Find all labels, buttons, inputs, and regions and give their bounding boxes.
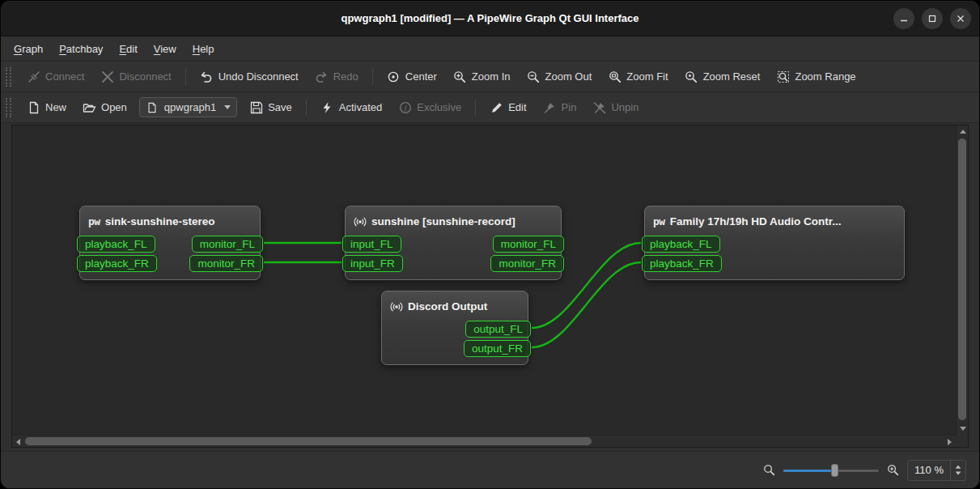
zoom-range-button[interactable]: Zoom Range (769, 66, 863, 87)
port-monitor-fr[interactable]: monitor_FR (490, 255, 564, 272)
connect-icon (27, 70, 40, 83)
minimize-button[interactable] (893, 8, 914, 29)
port-playback-fr[interactable]: playback_FR (77, 255, 157, 272)
horizontal-scrollbar[interactable] (12, 435, 956, 447)
redo-button[interactable]: Redo (308, 66, 366, 87)
activated-bolt-icon (320, 100, 334, 114)
zoom-in-icon (887, 464, 899, 476)
port-monitor-fl[interactable]: monitor_FL (493, 236, 564, 253)
zoom-out-icon (763, 464, 775, 476)
node-title: sunshine [sunshine-record] (371, 215, 515, 227)
new-button[interactable]: New (19, 96, 74, 118)
zoom-in-button[interactable]: Zoom In (446, 66, 518, 87)
node-sink-sunshine-stereo[interactable]: pw sink-sunshine-stereo playback_FL moni… (79, 206, 261, 280)
zoom-out-button[interactable]: Zoom Out (520, 66, 600, 87)
session-combo[interactable]: qpwgraph1 (139, 97, 237, 117)
node-family-hd-audio[interactable]: pw Family 17h/19h HD Audio Contr... play… (644, 206, 905, 280)
vertical-scrollbar-thumb[interactable] (958, 138, 966, 420)
scroll-down-button[interactable] (957, 423, 969, 435)
svg-text:f: f (405, 104, 408, 112)
port-monitor-fl[interactable]: monitor_FL (192, 236, 263, 253)
scroll-up-button[interactable] (957, 125, 969, 138)
scroll-left-button[interactable] (12, 436, 24, 448)
menu-edit[interactable]: Edit (111, 36, 145, 61)
zoom-in-icon (453, 70, 467, 83)
spin-up-button[interactable] (956, 465, 961, 468)
center-icon (387, 70, 401, 83)
unpin-button[interactable]: Unpin (585, 96, 646, 118)
node-discord-output[interactable]: Discord Output output_FL output_FR (381, 291, 528, 365)
pin-icon (543, 100, 557, 114)
pipewire-icon: pw (88, 215, 100, 227)
minimize-icon (899, 14, 909, 23)
toolbar-drag-handle[interactable] (6, 67, 11, 87)
redo-icon (315, 70, 329, 83)
spin-down-button[interactable] (956, 471, 961, 474)
vertical-scrollbar[interactable] (956, 125, 968, 435)
monitor-source-icon (354, 215, 367, 228)
port-playback-fr[interactable]: playback_FR (642, 255, 722, 272)
statusbar: 110 % (1, 451, 979, 488)
pin-button[interactable]: Pin (536, 96, 584, 118)
node-title: Family 17h/19h HD Audio Contr... (670, 215, 842, 227)
session-file-icon (146, 100, 159, 114)
node-sunshine-record[interactable]: sunshine [sunshine-record] input_FL moni… (345, 206, 562, 280)
maximize-icon (927, 14, 937, 23)
port-input-fl[interactable]: input_FL (342, 236, 401, 253)
exclusive-icon: f (398, 100, 412, 114)
undo-disconnect-button[interactable]: Undo Disconnect (193, 66, 306, 87)
toolbar-drag-handle[interactable] (6, 98, 11, 117)
app-window: qpwgraph1 [modified] — A PipeWire Graph … (0, 0, 980, 489)
save-button[interactable]: Save (242, 96, 299, 118)
activated-button[interactable]: Activated (313, 96, 389, 118)
port-output-fr[interactable]: output_FR (464, 340, 531, 357)
exclusive-button[interactable]: f Exclusive (391, 96, 469, 118)
zoom-reset-icon (685, 70, 698, 83)
port-output-fl[interactable]: output_FL (465, 321, 531, 338)
maximize-button[interactable] (922, 8, 943, 29)
menu-view[interactable]: View (146, 36, 185, 61)
canvas-frame: pw sink-sunshine-stereo playback_FL moni… (11, 125, 969, 448)
disconnect-button[interactable]: Disconnect (93, 66, 178, 87)
toolbar-separator (372, 68, 373, 86)
undo-icon (200, 70, 214, 83)
toolbar-separator (475, 99, 476, 117)
open-button[interactable]: Open (75, 96, 134, 118)
close-button[interactable] (950, 8, 971, 29)
unpin-icon (592, 100, 606, 114)
zoom-reset-button[interactable]: Zoom Reset (677, 66, 768, 87)
zoom-slider[interactable] (783, 463, 879, 478)
zoom-fit-button[interactable]: Zoom Fit (600, 66, 675, 87)
port-monitor-fr[interactable]: monitor_FR (189, 255, 263, 272)
toolbar-file: New Open qpwgraph1 Save Activated (1, 92, 979, 123)
connect-button[interactable]: Connect (19, 66, 91, 87)
zoom-slider-handle[interactable] (831, 464, 838, 477)
central-area: pw sink-sunshine-stereo playback_FL moni… (1, 123, 979, 451)
connection-layer (12, 125, 956, 435)
new-file-icon (27, 100, 40, 114)
window-title: qpwgraph1 [modified] — A PipeWire Graph … (341, 12, 638, 24)
monitor-source-icon (390, 300, 403, 313)
zoom-out-icon (527, 70, 541, 83)
save-icon (249, 100, 263, 114)
toolbar-graph: Connect Disconnect Undo Disconnect Redo … (1, 62, 979, 92)
center-button[interactable]: Center (380, 66, 444, 87)
port-playback-fl[interactable]: playback_FL (642, 236, 720, 253)
edit-pencil-icon (490, 100, 503, 114)
menu-graph[interactable]: Graph (6, 36, 51, 61)
pipewire-icon: pw (653, 215, 665, 227)
port-input-fr[interactable]: input_FR (342, 255, 403, 272)
titlebar[interactable]: qpwgraph1 [modified] — A PipeWire Graph … (1, 1, 979, 36)
zoom-fit-icon (608, 70, 622, 83)
graph-canvas[interactable]: pw sink-sunshine-stereo playback_FL moni… (12, 125, 956, 435)
close-icon (956, 14, 965, 23)
menu-help[interactable]: Help (185, 36, 223, 61)
toolbar-separator (306, 99, 307, 117)
zoom-spinbox[interactable]: 110 % (907, 460, 966, 481)
scroll-right-button[interactable] (944, 436, 956, 448)
menu-patchbay[interactable]: Patchbay (51, 36, 111, 61)
port-playback-fl[interactable]: playback_FL (77, 236, 155, 253)
zoom-spinbox-value[interactable]: 110 % (908, 461, 950, 480)
horizontal-scrollbar-thumb[interactable] (25, 437, 592, 445)
edit-button[interactable]: Edit (482, 96, 533, 118)
